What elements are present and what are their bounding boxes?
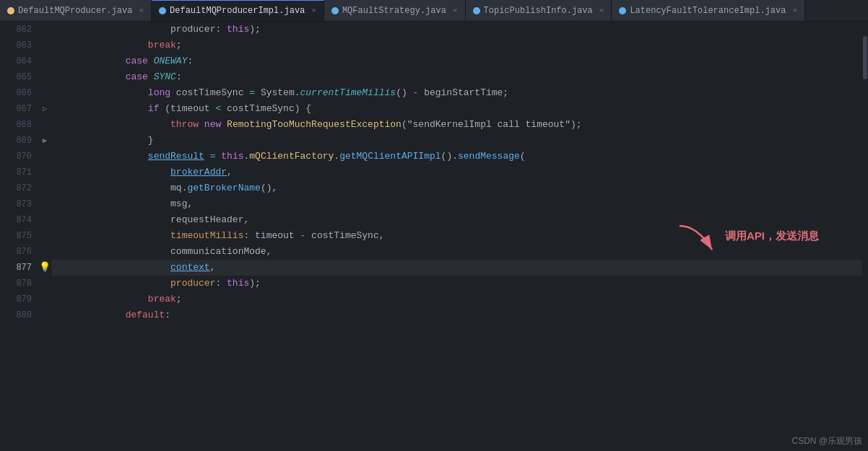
token: [58, 24, 170, 35]
token: [148, 71, 154, 82]
code-line-880: default:: [52, 307, 862, 323]
gutter-line-873: [38, 196, 52, 212]
line-num-864: 864: [0, 53, 32, 69]
line-num-879: 879: [0, 292, 32, 307]
gutter-line-869: ▶: [38, 133, 52, 149]
token: beginStartTime;: [418, 87, 508, 98]
tab-tab2[interactable]: DefaultMQProducerImpl.java×: [152, 0, 324, 21]
line-num-875: 875: [0, 228, 32, 244]
line-num-867: 867: [0, 101, 32, 117]
line-num-872: 872: [0, 180, 32, 196]
tab-close-tab2[interactable]: ×: [311, 6, 316, 15]
code-line-879: break;: [52, 292, 862, 307]
token: [58, 71, 126, 82]
token: costTimeSync) {: [221, 103, 311, 114]
code-line-872: mq.getBrokerName(),: [52, 180, 862, 196]
line-num-862: 862: [0, 22, 32, 38]
token: :: [176, 71, 182, 82]
tab-icon-tab5: [619, 7, 626, 14]
line-numbers: 8628638648658668678688698708718728738748…: [0, 22, 38, 451]
token: new: [204, 119, 221, 130]
tab-close-tab1[interactable]: ×: [139, 6, 144, 15]
token: producer: [170, 24, 215, 35]
token: break: [148, 40, 176, 51]
gutter: ▷▶💡: [38, 22, 52, 451]
token: timeoutMillis: [170, 230, 243, 241]
tab-icon-tab4: [473, 7, 480, 14]
line-num-870: 870: [0, 149, 32, 165]
line-num-874: 874: [0, 212, 32, 228]
token: communicationMode: [170, 246, 266, 257]
line-num-866: 866: [0, 85, 32, 101]
line-num-871: 871: [0, 165, 32, 180]
annotation-box: 调用API，发送消息: [676, 215, 819, 261]
scrollbar-thumb: [863, 36, 867, 79]
token: ().: [441, 151, 458, 162]
token: ;: [176, 294, 182, 305]
gutter-line-876: [38, 244, 52, 260]
token: brokerAddr: [170, 167, 227, 178]
tab-tab1[interactable]: DefaultMQProducer.java×: [0, 0, 152, 21]
gutter-line-868: [38, 117, 52, 133]
tab-label-tab4: TopicPublishInfo.java: [484, 6, 593, 16]
code-line-869: }: [52, 133, 862, 149]
token: .: [334, 151, 339, 162]
red-arrow-svg: [676, 222, 719, 261]
fold-arrow-icon: ▷: [43, 101, 48, 117]
token: [58, 167, 170, 178]
token: [148, 56, 154, 66]
tab-tab4[interactable]: TopicPublishInfo.java×: [466, 0, 612, 21]
tab-close-tab4[interactable]: ×: [599, 6, 604, 15]
token: [58, 151, 148, 162]
line-num-868: 868: [0, 117, 32, 133]
line-num-863: 863: [0, 38, 32, 53]
token: ONEWAY: [154, 56, 188, 66]
token: break: [148, 294, 176, 305]
line-num-873: 873: [0, 196, 32, 212]
token: this: [221, 151, 243, 162]
tab-icon-tab3: [331, 7, 339, 14]
gutter-line-872: [38, 180, 52, 196]
scrollbar[interactable]: [862, 22, 868, 451]
token: getBrokerName: [187, 183, 260, 193]
tab-icon-tab2: [159, 7, 166, 14]
token: [58, 119, 170, 130]
tab-close-tab3[interactable]: ×: [453, 6, 458, 15]
gutter-line-875: [38, 228, 52, 244]
tab-tab3[interactable]: MQFaultStrategy.java×: [324, 0, 466, 21]
tab-tab5[interactable]: LatencyFaultToleranceImpl.java×: [612, 0, 805, 21]
code-area: 8628638648658668678688698708718728738748…: [0, 22, 868, 451]
gutter-line-871: [38, 165, 52, 180]
line-num-865: 865: [0, 69, 32, 85]
code-line-870: sendResult = this.mQClientFactory.getMQC…: [52, 149, 862, 165]
token: this: [221, 24, 249, 35]
code-line-871: brokerAddr,: [52, 165, 862, 180]
token: );: [249, 278, 261, 289]
token: case: [126, 56, 148, 66]
token: SYNC: [154, 71, 176, 82]
tab-label-tab2: DefaultMQProducerImpl.java: [170, 6, 305, 16]
token: [199, 119, 204, 130]
token: ,: [227, 167, 233, 178]
token: : timeout: [243, 230, 300, 241]
tab-label-tab1: DefaultMQProducer.java: [18, 6, 132, 16]
token: requestHeader: [170, 214, 243, 225]
code-line-863: break;: [52, 38, 862, 53]
code-line-867: if (timeout < costTimeSync) {: [52, 101, 862, 117]
token: }: [58, 135, 154, 146]
token: [58, 246, 170, 257]
gutter-line-880: [38, 307, 52, 323]
gutter-line-866: [38, 85, 52, 101]
token: [58, 87, 148, 98]
code-line-865: case SYNC:: [52, 69, 862, 85]
tab-close-tab5[interactable]: ×: [792, 6, 797, 15]
watermark: CSDN @乐观男孩: [791, 435, 862, 447]
code-line-877: context,: [52, 260, 862, 276]
token: if: [148, 103, 160, 114]
token: mq: [170, 183, 182, 193]
gutter-line-867: ▷: [38, 101, 52, 117]
code-line-862: producer: this);: [52, 22, 862, 38]
annotation-text: 调用API，发送消息: [725, 229, 819, 243]
token: (: [520, 151, 526, 162]
line-num-876: 876: [0, 244, 32, 260]
